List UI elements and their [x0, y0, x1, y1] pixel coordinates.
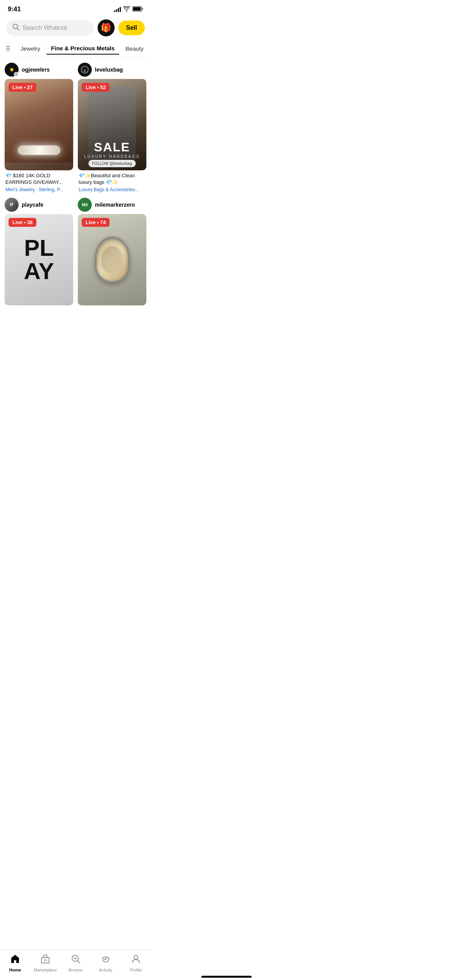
seller-name-milemarkerzero: milemarkerzero: [95, 202, 135, 208]
signal-icon: [114, 7, 121, 12]
category-tabs: ⠿ Jewelry Fine & Precious Metals Beauty: [0, 39, 151, 58]
seller-name-playcafe: playcafe: [22, 202, 43, 208]
sale-sub: LUXURY HANDBAGS: [78, 154, 146, 159]
search-icon: [12, 24, 19, 32]
bg-og: [5, 79, 73, 170]
live-card-ogjewelers[interactable]: ⚜ ogjewelers Live • 27: [5, 63, 73, 193]
card-category-leveluxbag: Luxury Bags & Accessories...: [79, 187, 146, 192]
avatar-wrap-lv: ⚓: [78, 63, 92, 77]
svg-text:⚓: ⚓: [83, 68, 87, 72]
seller-row: ⚜ ogjewelers: [5, 63, 73, 79]
avatar-playcafe: P: [5, 198, 19, 212]
avatar-milemarkerzero: M0: [78, 198, 92, 212]
card-desc-milemarkerzero: [78, 305, 146, 308]
search-input-wrap[interactable]: Search Whatnot: [6, 20, 94, 36]
dots-icon[interactable]: ⠿: [2, 43, 14, 55]
avatar-wrap-mm: M0: [78, 198, 92, 212]
card-title-ogjewelers: 💎 $180 14K GOLD EARRINGS GIVEAWAY...: [5, 173, 72, 186]
avatar-wrap: ⚜: [5, 63, 19, 77]
card-image-milemarkerzero: Live • 74: [78, 214, 146, 305]
tab-jewelry[interactable]: Jewelry: [16, 43, 45, 54]
gift-button[interactable]: 🎁: [98, 19, 115, 36]
card-image-playcafe: PLAY Live • 36: [5, 214, 73, 305]
live-badge-leveluxbag: Live • 52: [82, 83, 110, 92]
card-desc-playcafe: [5, 305, 73, 308]
tab-fine-metals[interactable]: Fine & Precious Metals: [46, 43, 119, 55]
seller-row-mm: M0 milemarkerzero: [78, 198, 146, 214]
wifi-icon: [123, 6, 130, 13]
gift-icon: 🎁: [101, 23, 111, 33]
online-dot: [14, 72, 19, 77]
avatar-wrap-pc: P: [5, 198, 19, 212]
seller-row-lv: ⚓ leveluxbag: [78, 63, 146, 79]
search-placeholder: Search Whatnot: [22, 24, 67, 31]
status-bar: 9:41: [0, 0, 151, 16]
card-title-leveluxbag: 💎✨Beautiful and Clean luxury bags 💎✨: [79, 173, 146, 186]
status-time: 9:41: [8, 5, 21, 13]
sell-button[interactable]: Sell: [118, 21, 145, 35]
avatar-leveluxbag: ⚓: [78, 63, 92, 77]
tab-beauty[interactable]: Beauty: [121, 43, 148, 54]
live-card-leveluxbag[interactable]: ⚓ leveluxbag SALE LUXURY HANDBAGS FOLLOW…: [78, 63, 146, 193]
live-card-playcafe[interactable]: P playcafe PLAY Live • 36: [5, 198, 73, 308]
svg-rect-1: [133, 7, 141, 10]
card-category-ogjewelers: Men's Jewelry · Sterling, P...: [5, 187, 72, 192]
card-image-leveluxbag: SALE LUXURY HANDBAGS FOLLOW @leveluxbag …: [78, 79, 146, 170]
status-icons: [114, 6, 143, 13]
seller-name-ogjewelers: ogjewelers: [22, 67, 50, 73]
sale-overlay: SALE LUXURY HANDBAGS: [78, 140, 146, 159]
seller-name-leveluxbag: leveluxbag: [95, 67, 123, 73]
battery-icon: [132, 6, 143, 13]
live-grid: ⚜ ogjewelers Live • 27: [0, 58, 151, 308]
live-badge-ogjewelers: Live • 27: [9, 83, 36, 92]
card-desc-leveluxbag: 💎✨Beautiful and Clean luxury bags 💎✨ Lux…: [78, 170, 146, 193]
follow-chip: FOLLOW @leveluxbag: [88, 160, 136, 167]
search-bar-row: Search Whatnot 🎁 Sell: [0, 16, 151, 39]
live-badge-milemarkerzero: Live • 74: [82, 218, 110, 227]
card-image-ogjewelers: Live • 27: [5, 79, 73, 170]
sale-text: SALE: [78, 140, 146, 154]
live-badge-playcafe: Live • 36: [9, 218, 36, 227]
seller-row-pc: P playcafe: [5, 198, 73, 214]
live-card-milemarkerzero[interactable]: M0 milemarkerzero Live • 74: [78, 198, 146, 308]
play-text: PLAY: [24, 236, 54, 283]
card-desc-ogjewelers: 💎 $180 14K GOLD EARRINGS GIVEAWAY... Men…: [5, 170, 73, 193]
svg-line-3: [17, 28, 19, 30]
